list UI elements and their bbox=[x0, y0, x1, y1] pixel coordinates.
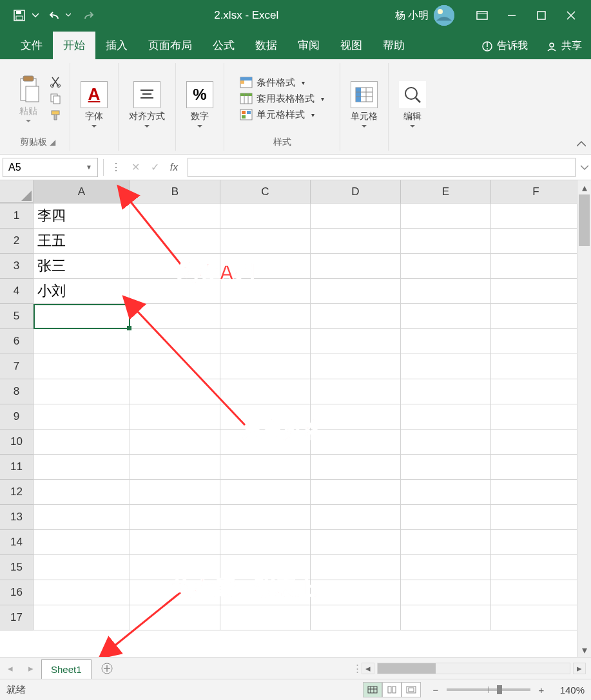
zoom-slider[interactable] bbox=[447, 688, 530, 691]
cell[interactable] bbox=[401, 455, 491, 480]
cell[interactable] bbox=[34, 530, 130, 555]
cell[interactable] bbox=[311, 430, 401, 455]
vertical-scrollbar[interactable]: ▴ ▾ bbox=[577, 180, 591, 657]
cell[interactable] bbox=[311, 404, 401, 430]
cell[interactable] bbox=[130, 605, 220, 630]
scroll-up-icon[interactable]: ▴ bbox=[577, 180, 591, 194]
sheet-tab-sheet1[interactable]: Sheet1 bbox=[41, 659, 92, 679]
format-painter-icon[interactable] bbox=[48, 108, 63, 123]
cell[interactable] bbox=[130, 229, 220, 254]
cell[interactable] bbox=[34, 480, 130, 505]
add-sheet-button[interactable] bbox=[98, 659, 116, 677]
cell[interactable] bbox=[491, 354, 581, 379]
cell[interactable] bbox=[311, 354, 401, 379]
cell[interactable] bbox=[220, 404, 311, 430]
tab-splitter-icon[interactable]: ⋮ bbox=[353, 663, 359, 674]
cell[interactable] bbox=[130, 279, 220, 304]
undo-dropdown-icon[interactable] bbox=[66, 13, 71, 18]
cell[interactable] bbox=[130, 430, 220, 455]
row-header[interactable]: 4 bbox=[0, 279, 34, 304]
cell[interactable] bbox=[130, 480, 220, 505]
cell[interactable] bbox=[34, 404, 130, 430]
more-functions-icon[interactable]: ⋮ bbox=[106, 158, 126, 177]
cell[interactable] bbox=[311, 505, 401, 530]
row-header[interactable]: 8 bbox=[0, 379, 34, 404]
close-button[interactable] bbox=[556, 5, 586, 26]
cell[interactable] bbox=[220, 480, 311, 505]
cell[interactable] bbox=[311, 304, 401, 329]
enter-formula-icon[interactable]: ✓ bbox=[145, 158, 164, 177]
cell[interactable] bbox=[401, 530, 491, 555]
row-header[interactable]: 17 bbox=[0, 605, 34, 630]
cell[interactable] bbox=[220, 329, 311, 354]
insert-function-icon[interactable]: fx bbox=[164, 158, 184, 177]
view-page-layout-icon[interactable] bbox=[382, 682, 402, 697]
formula-input[interactable] bbox=[188, 158, 576, 177]
cell[interactable] bbox=[401, 254, 491, 279]
cell[interactable] bbox=[401, 304, 491, 329]
cell[interactable] bbox=[34, 329, 130, 354]
cell[interactable]: 张三 bbox=[34, 254, 130, 279]
cell[interactable] bbox=[311, 480, 401, 505]
paste-button[interactable]: 粘贴 bbox=[12, 72, 45, 126]
cell[interactable] bbox=[311, 605, 401, 630]
cell[interactable] bbox=[220, 279, 311, 304]
maximize-button[interactable] bbox=[527, 5, 556, 26]
cell[interactable] bbox=[220, 455, 311, 480]
ribbon-display-icon[interactable] bbox=[467, 5, 497, 26]
cell[interactable] bbox=[34, 379, 130, 404]
cell[interactable] bbox=[311, 279, 401, 304]
cell[interactable] bbox=[311, 555, 401, 580]
horizontal-scrollbar[interactable] bbox=[377, 663, 570, 674]
cell[interactable] bbox=[34, 555, 130, 580]
cell[interactable] bbox=[401, 279, 491, 304]
tab-home[interactable]: 开始 bbox=[53, 32, 95, 59]
row-header[interactable]: 13 bbox=[0, 505, 34, 530]
cell[interactable] bbox=[311, 229, 401, 254]
cell[interactable] bbox=[311, 254, 401, 279]
cell[interactable] bbox=[311, 203, 401, 229]
row-header[interactable]: 9 bbox=[0, 404, 34, 430]
column-header-b[interactable]: B bbox=[130, 180, 220, 203]
sheet-nav-next-icon[interactable]: ▸ bbox=[23, 661, 39, 676]
cell[interactable] bbox=[491, 379, 581, 404]
cell[interactable] bbox=[34, 455, 130, 480]
number-button[interactable]: % 数字 bbox=[182, 79, 217, 131]
cell[interactable] bbox=[491, 254, 581, 279]
cell[interactable] bbox=[34, 605, 130, 630]
cell[interactable] bbox=[491, 404, 581, 430]
cell[interactable] bbox=[130, 254, 220, 279]
cell[interactable] bbox=[311, 379, 401, 404]
column-header-a[interactable]: A bbox=[34, 180, 130, 203]
cell[interactable] bbox=[401, 605, 491, 630]
vertical-scroll-thumb[interactable] bbox=[579, 194, 590, 246]
cell[interactable] bbox=[130, 354, 220, 379]
row-header[interactable]: 2 bbox=[0, 229, 34, 254]
cell[interactable] bbox=[220, 505, 311, 530]
row-header[interactable]: 3 bbox=[0, 254, 34, 279]
cell[interactable] bbox=[130, 530, 220, 555]
cell[interactable] bbox=[311, 455, 401, 480]
cell[interactable]: 小刘 bbox=[34, 279, 130, 304]
cell[interactable] bbox=[34, 354, 130, 379]
row-header[interactable]: 10 bbox=[0, 430, 34, 455]
cell[interactable] bbox=[401, 329, 491, 354]
cell[interactable] bbox=[220, 430, 311, 455]
row-header[interactable]: 7 bbox=[0, 354, 34, 379]
cell[interactable] bbox=[491, 605, 581, 630]
cell[interactable] bbox=[491, 329, 581, 354]
cell[interactable] bbox=[220, 203, 311, 229]
cell[interactable] bbox=[34, 505, 130, 530]
cell[interactable] bbox=[401, 404, 491, 430]
cell[interactable] bbox=[491, 505, 581, 530]
chevron-down-icon[interactable]: ▼ bbox=[86, 164, 92, 171]
cell[interactable] bbox=[491, 555, 581, 580]
cell[interactable] bbox=[401, 354, 491, 379]
cell[interactable] bbox=[130, 304, 220, 329]
tab-help[interactable]: 帮助 bbox=[373, 32, 415, 59]
cell[interactable] bbox=[130, 580, 220, 605]
cell[interactable] bbox=[491, 530, 581, 555]
row-header[interactable]: 15 bbox=[0, 555, 34, 580]
cell[interactable] bbox=[34, 580, 130, 605]
column-header-c[interactable]: C bbox=[220, 180, 311, 203]
